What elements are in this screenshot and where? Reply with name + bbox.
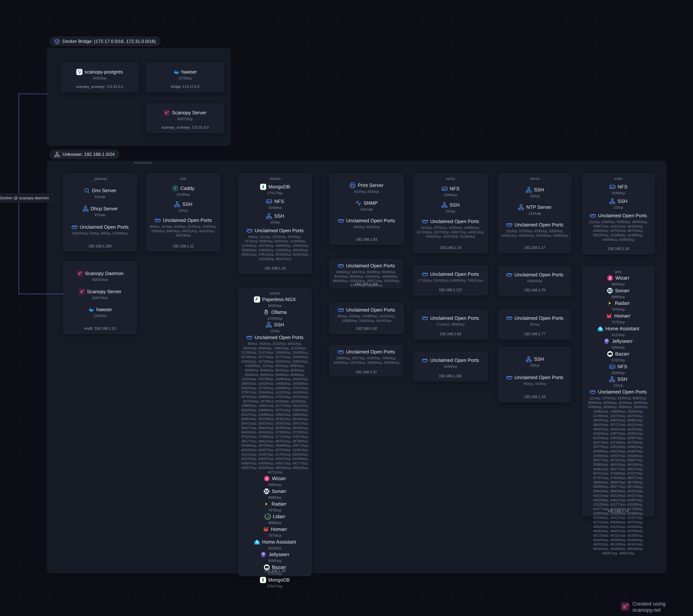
- group-header-docker-bridge[interactable]: Docker Bridge: (172.17.0.0/16, 172.31.0.…: [50, 37, 160, 46]
- node-card-host-10[interactable]: SSH22/tcpUnclaimed Open Ports80/tcp, 443…: [498, 347, 571, 402]
- node-card-host-127[interactable]: Unclaimed Open Ports1716/tcp, 51692/tcp,…: [413, 266, 488, 295]
- service-ports: 22/tcp: [585, 205, 652, 210]
- service-ports: 2019/tcp: [150, 192, 217, 197]
- connector-line-stub: [19, 94, 47, 94]
- service-wizarr: Wizarr5690/tcp: [241, 476, 309, 487]
- share-network-icon: [526, 187, 532, 193]
- service-ports: 7575/tcp: [585, 320, 652, 325]
- node-ip: 192.168.1.11: [150, 242, 217, 251]
- network-map-canvas: Docker @ scanopy-daemon Docker Bridge: (…: [0, 0, 693, 616]
- printer-icon: [350, 182, 356, 189]
- service-wizarr: Wizarr5690/tcp: [585, 275, 652, 287]
- service-list: SScanopy Daemon60073/tcpSScanopy Server6…: [66, 264, 134, 325]
- service-unclaimed-open-ports: Unclaimed Open Ports111/tcp, 2376/tcp, 4…: [416, 218, 485, 239]
- node-card-host-63[interactable]: Unclaimed Open Ports1716/tcp, 9993/tcp19…: [413, 310, 488, 339]
- service-name: Radarr: [615, 300, 630, 306]
- service-name: Print Server: [358, 182, 383, 188]
- service-name: Unclaimed Open Ports: [346, 307, 395, 313]
- service-list: Unclaimed Open Ports64660/tcp: [501, 269, 569, 286]
- node-card-sheldon[interactable]: sheldonMongoDB27017/tcpNFS2049/tcpSSH22/…: [238, 174, 312, 273]
- service-name: Paperless-NGX: [262, 296, 296, 302]
- node-card-host-77[interactable]: Unclaimed Open Ports80/tcp192.168.1.77: [498, 310, 571, 339]
- service-name: SSH: [617, 198, 627, 204]
- jellyseerr-icon: [260, 552, 266, 558]
- ethernet-icon: [506, 374, 512, 381]
- node-card-host-115[interactable]: Unclaimed Open Ports6466/tcp, 6467/tcp, …: [330, 259, 403, 288]
- node-card-host-70[interactable]: Unclaimed Open Ports64660/tcp192.168.1.7…: [498, 267, 571, 295]
- service-list: Unclaimed Open Ports3366/tcp, 3367/tcp, …: [332, 349, 400, 365]
- service-ports: 64660/tcp: [501, 279, 569, 283]
- service-ports: 22/tcp: [501, 363, 569, 368]
- service-ssh: SSH22/tcp: [501, 187, 569, 198]
- service-name: Jellyseerr: [269, 552, 289, 557]
- node-card-print-183[interactable]: Print Server515/tcp, 631/tcpSNMP161/udpU…: [330, 174, 403, 245]
- service-ports: 67/udp: [66, 213, 134, 217]
- service-name: SSH: [450, 202, 459, 208]
- share-network-icon: [518, 204, 524, 210]
- node-card-gary[interactable]: garyWizarr5690/tcpSonarr8989/tcpRadarr78…: [582, 267, 654, 516]
- home-assistant-icon: [597, 326, 603, 332]
- node-hostname: bernie: [501, 176, 569, 181]
- node-ip: 192.168.1.18: [239, 569, 311, 573]
- service-ports: 111/tcp, 4330/tcp, 5355/tcp, 36095/tcp, …: [585, 220, 652, 242]
- node-card-host-57[interactable]: Unclaimed Open Ports3366/tcp, 3367/tcp, …: [330, 345, 403, 376]
- footer-credit[interactable]: S Created using scanopy.net: [621, 601, 693, 613]
- service-name: Unclaimed Open Ports: [80, 224, 128, 230]
- connector-label[interactable]: Docker @ scanopy-daemon: [0, 193, 54, 203]
- service-ports: 2049/tcp: [241, 206, 309, 210]
- ethernet-icon: [422, 315, 428, 321]
- service-name: Unclaimed Open Ports: [346, 263, 395, 269]
- service-ports: 80/tcp, 443/tcp, 2222/tcp, 3001/tcp, 301…: [241, 342, 309, 474]
- node-card-krabs[interactable]: krabsNFS2049/tcpSSH22/tcpUnclaimed Open …: [582, 174, 654, 254]
- service-scanopy-daemon: SScanopy Daemon60073/tcp: [66, 270, 134, 282]
- node-card-patrick[interactable]: patrickPaperless-NGX8000/tcpOllama11434/…: [238, 288, 311, 576]
- node-ip: 192.168.1.77: [501, 330, 569, 339]
- node-card-gateway[interactable]: _gatewayDns Server53/udpDhcp Server67/ud…: [63, 174, 137, 251]
- service-ports: 5690/tcp: [585, 282, 652, 287]
- service-caddy: Caddy2019/tcp: [150, 185, 217, 197]
- ethernet-icon: [338, 263, 344, 269]
- node-ip: 192.168.1.127: [416, 286, 485, 295]
- node-card-host-62[interactable]: Unclaimed Open Ports80/tcp, 443/tcp, 220…: [330, 303, 403, 334]
- share-network-icon: [82, 206, 88, 212]
- group-header-unknown-lan[interactable]: Unknown: 192.168.1.0/24: [50, 150, 119, 159]
- service-ollama: Ollama11434/tcp: [241, 309, 309, 321]
- service-unclaimed-open-ports: Unclaimed Open Ports111/tcp, 4330/tcp, 5…: [585, 213, 652, 242]
- service-ports: 60073/tcp: [66, 277, 134, 282]
- service-name: Bazarr: [615, 351, 630, 357]
- service-name: Home Assistant: [606, 326, 639, 332]
- node-ip: 192.168.1.254: [66, 242, 134, 251]
- node-ip: 192.168.1.10: [501, 393, 569, 402]
- service-name: SSH: [617, 376, 627, 382]
- node-card-scanopy-postgres[interactable]: scanopy-postgres5432/tcpscanopy_scanopy:…: [61, 63, 138, 92]
- service-ports: 111/tcp, 2376/tcp, 4330/tcp, 34985/tcp, …: [416, 226, 485, 239]
- node-card-sandy[interactable]: sandyNFS2049/tcpSSH22/tcpUnclaimed Open …: [413, 174, 488, 253]
- scanopy-icon: S: [79, 289, 85, 295]
- activity-icon: [355, 200, 361, 206]
- node-card-host-181[interactable]: Unclaimed Open Ports6668/tcp192.168.1.18…: [413, 352, 488, 381]
- service-ports: 111/tcp, 2376/tcp, 4330/tcp, 5355/tcp, 4…: [501, 229, 569, 238]
- service-list: Unclaimed Open Ports80/tcp, 443/tcp, 220…: [332, 305, 401, 325]
- service-name: Unclaimed Open Ports: [346, 218, 395, 224]
- service-ports: 22/tcp: [241, 329, 309, 333]
- node-card-scanopy-server[interactable]: SScanopy Server60072/tcpscanopy_scanopy:…: [146, 103, 224, 133]
- node-card-scanopy-daemon[interactable]: SScanopy Daemon60073/tcpSScanopy Server6…: [63, 262, 137, 334]
- share-network-icon: [609, 376, 615, 382]
- service-name: Unclaimed Open Ports: [430, 358, 479, 363]
- service-name: Homarr: [271, 526, 287, 532]
- node-hostname: sandy: [416, 176, 485, 181]
- service-ports: 7575/tcp: [241, 533, 309, 538]
- service-name: Unclaimed Open Ports: [514, 272, 563, 278]
- node-card-bob[interactable]: bobCaddy2019/tcpSSH22/tcpUnclaimed Open …: [146, 174, 220, 251]
- node-card-bernie[interactable]: bernieSSH22/tcpNTP Server123/udpUnclaime…: [498, 174, 571, 253]
- service-ports: 7878/tcp: [585, 307, 652, 312]
- scanopy-icon: S: [77, 270, 83, 276]
- node-hostname: sheldon: [241, 176, 309, 181]
- service-name: scanopy-postgres: [84, 69, 123, 75]
- harddrive-icon: [609, 364, 615, 370]
- service-nfs: NFS2049/tcp: [585, 184, 652, 195]
- service-ports: 515/tcp, 631/tcp: [332, 189, 401, 194]
- node-card-hawser-bridge[interactable]: hawser2376/tcpbridge: 172.17.0.2: [146, 63, 224, 92]
- service-name: SSH: [182, 201, 192, 207]
- service-ports: 5432/tcp: [64, 76, 136, 80]
